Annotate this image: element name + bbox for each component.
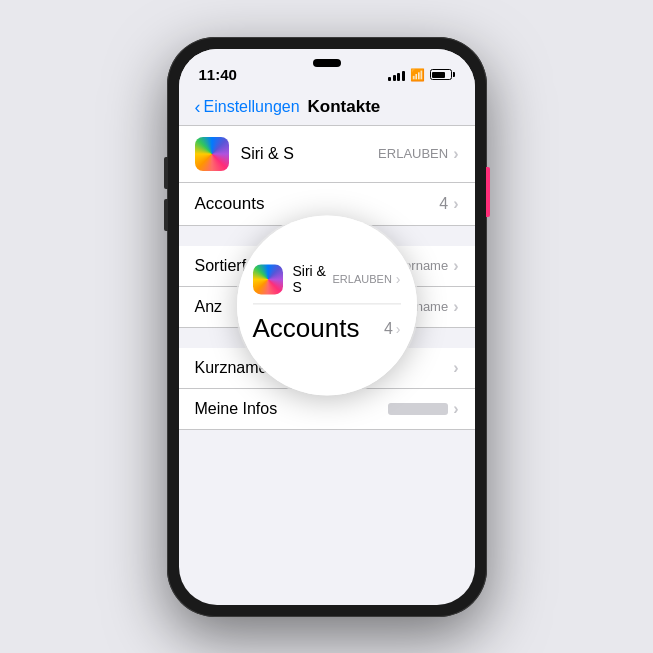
siri-icon xyxy=(195,137,229,171)
siri-erlauben: ERLAUBEN xyxy=(378,146,448,161)
magnifier-separator xyxy=(253,304,401,305)
siri-chevron-icon: › xyxy=(453,145,458,163)
sortierfolge-chevron-icon: › xyxy=(453,257,458,275)
accounts-label: Accounts xyxy=(195,194,440,214)
magnifier-siri-icon xyxy=(253,265,283,295)
siri-label: Siri & S xyxy=(241,145,379,163)
magnifier-siri-text: Siri & S xyxy=(293,264,333,296)
anzeigefolge-chevron-icon: › xyxy=(453,298,458,316)
back-button[interactable]: ‹ Einstellungen xyxy=(195,98,300,116)
magnifier-siri-chevron-icon: › xyxy=(396,272,401,288)
battery-icon xyxy=(430,69,455,81)
meine-infos-chevron-icon: › xyxy=(453,400,458,418)
kurzname-chevron-icon: › xyxy=(453,359,458,377)
magnifier-siri-row: Siri & S ERLAUBEN › xyxy=(253,264,401,296)
magnifier-accounts-value: 4 xyxy=(384,320,393,338)
back-chevron-icon: ‹ xyxy=(195,98,201,116)
magnifier-accounts-label: Accounts xyxy=(253,312,360,346)
accounts-value: 4 xyxy=(439,195,448,213)
meine-infos-label: Meine Infos xyxy=(195,400,389,418)
magnifier-accounts-chevron-icon: › xyxy=(396,321,401,337)
status-time: 11:40 xyxy=(199,66,237,83)
nav-title: Kontakte xyxy=(308,97,381,117)
wifi-icon: 📶 xyxy=(410,68,425,82)
magnifier-overlay: Siri & S ERLAUBEN › Accounts 4 › xyxy=(237,215,417,395)
status-icons: 📶 xyxy=(388,68,455,82)
accounts-chevron-icon: › xyxy=(453,195,458,213)
back-label: Einstellungen xyxy=(204,98,300,116)
magnifier-content: Siri & S ERLAUBEN › Accounts 4 › xyxy=(237,215,417,395)
phone-wrapper: 11:40 📶 ‹ Einstellungen Kontakte xyxy=(167,37,487,617)
vol-up-button[interactable] xyxy=(164,157,168,189)
nav-bar: ‹ Einstellungen Kontakte xyxy=(179,93,475,125)
status-bar: 11:40 📶 xyxy=(179,49,475,93)
power-button[interactable] xyxy=(486,167,490,217)
signal-icon xyxy=(388,69,405,81)
magnifier-accounts-row: Accounts 4 › xyxy=(253,312,401,346)
siri-row[interactable]: Siri & S ERLAUBEN › xyxy=(179,125,475,183)
vol-down-button[interactable] xyxy=(164,199,168,231)
phone-screen: 11:40 📶 ‹ Einstellungen Kontakte xyxy=(179,49,475,605)
meine-infos-value xyxy=(388,400,448,418)
magnifier-erlauben-text: ERLAUBEN xyxy=(333,274,392,286)
dynamic-island xyxy=(313,59,341,67)
